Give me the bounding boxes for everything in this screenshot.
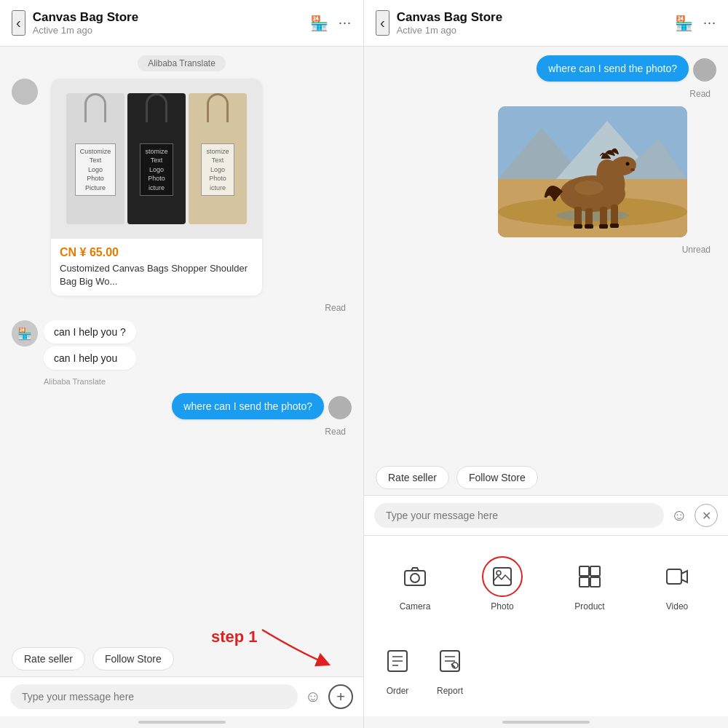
user-avatar-right [328,396,352,419]
horse-image [498,106,687,237]
follow-store-button-right[interactable]: Follow Store [456,466,538,489]
camera-icon-wrap [395,556,435,597]
svg-rect-23 [494,568,511,585]
right-action-buttons: Rate seller Follow Store [364,460,728,495]
scrollbar-left [138,721,226,724]
emoji-button-left[interactable]: ☺ [305,687,321,706]
svg-point-11 [630,168,635,171]
svg-rect-29 [667,569,681,584]
camera-label: Camera [400,601,431,612]
left-chat-panel: ‹ Canvas Bag Store Active 1m ago 🏪 ··· A… [0,0,364,728]
report-icon [439,649,461,673]
right-message-input[interactable] [374,503,664,528]
order-media-item[interactable]: Order [371,632,424,705]
unread-label: Unread [682,245,711,255]
right-sent-bubble: where can I send the photo? [537,55,689,82]
emoji-button-right[interactable]: ☺ [671,506,687,525]
left-store-name: Canvas Bag Store [33,10,303,25]
rate-seller-button[interactable]: Rate seller [12,647,85,670]
more-icon-right[interactable]: ··· [703,15,716,31]
bag-white: CustomizeTextLogoPhotoPicture [66,93,124,224]
media-grid: Camera Photo [364,536,728,632]
svg-rect-27 [579,577,589,587]
svg-rect-18 [599,224,608,229]
product-icon-wrap [569,556,610,597]
svg-rect-19 [610,223,619,228]
product-card-inner[interactable]: CustomizeTextLogoPhotoPicture stomizeTex… [51,79,262,296]
back-button-right[interactable]: ‹ [376,10,389,36]
left-message-input[interactable] [10,684,298,709]
msg-bubble-2: can I help you [44,347,136,370]
horse-image-container [376,106,716,237]
product-media-item[interactable]: Product [546,547,633,620]
left-active-status: Active 1m ago [33,25,303,36]
video-icon-wrap [657,556,697,597]
report-media-item[interactable]: Report [424,632,476,705]
order-label: Order [387,686,409,696]
right-header: ‹ Canvas Bag Store Active 1m ago 🏪 ··· [364,0,728,47]
product-info: CN ¥ 65.00 Customized Canvas Bags Shoppe… [51,239,262,296]
camera-media-item[interactable]: Camera [371,547,459,620]
svg-rect-25 [579,566,589,576]
right-sent-group: where can I send the photo? [376,55,716,82]
left-action-buttons: Rate seller Follow Store [0,641,363,676]
add-media-button[interactable]: + [328,684,353,709]
report-label: Report [437,686,463,696]
media-panel: Camera Photo [364,535,728,716]
svg-point-10 [626,162,630,166]
video-label: Video [666,601,688,612]
order-icon [387,649,408,673]
video-media-item[interactable]: Video [633,547,721,620]
svg-rect-15 [611,205,618,226]
scrollbar-right [502,721,590,724]
horse-svg [498,106,687,237]
left-input-bar: ☺ + [0,676,363,716]
store-icon-right[interactable]: 🏪 [675,15,693,32]
right-header-icons: 🏪 ··· [675,15,716,32]
left-header-icons: 🏪 ··· [310,15,352,32]
svg-rect-14 [600,207,607,227]
media-row2: Order Report [364,632,728,716]
product-price: CN ¥ 65.00 [60,246,253,259]
more-icon[interactable]: ··· [339,15,352,31]
left-header: ‹ Canvas Bag Store Active 1m ago 🏪 ··· [0,0,363,47]
received-messages: 🏪 can I help you ? can I help you [12,320,352,370]
svg-point-20 [574,181,604,195]
close-button-right[interactable]: ✕ [695,504,718,527]
sent-bubble: where can I send the photo? [172,393,324,419]
bag-black: stomizeTextLogoPhotoicture [127,93,186,224]
svg-point-24 [496,571,501,575]
report-icon-wrap [430,641,470,681]
order-icon-wrap [377,641,418,681]
photo-media-item[interactable]: Photo [459,547,546,620]
bag-beige: stomizeTextLogoPhotoicture [189,93,247,224]
right-user-avatar [693,58,716,82]
read-label-1: Read [325,303,346,313]
svg-rect-26 [590,566,600,576]
svg-rect-16 [574,224,582,229]
video-icon [665,566,689,587]
left-header-info: Canvas Bag Store Active 1m ago [33,10,303,36]
photo-icon-wrap [482,556,523,597]
back-button[interactable]: ‹ [12,10,25,36]
step1-label: step 1 [211,628,258,646]
product-card[interactable]: CustomizeTextLogoPhotoPicture stomizeTex… [12,79,352,296]
store-icon[interactable]: 🏪 [310,15,328,32]
product-image: CustomizeTextLogoPhotoPicture stomizeTex… [51,79,262,239]
svg-rect-28 [590,577,600,587]
photo-label: Photo [491,601,513,612]
right-read-label: Read [689,89,711,99]
follow-store-button-left[interactable]: Follow Store [92,647,174,670]
msg-bubble-1: can I help you ? [44,320,136,344]
right-header-info: Canvas Bag Store Active 1m ago [397,10,668,36]
rate-seller-button-right[interactable]: Rate seller [376,466,449,489]
svg-point-22 [411,574,419,582]
product-label: Product [574,601,604,612]
msg-group: can I help you ? can I help you [44,320,136,370]
svg-rect-12 [574,207,582,227]
right-store-name: Canvas Bag Store [397,10,668,25]
left-chat-area: Alibaba Translate CustomizeTextLogoPhoto… [0,47,363,641]
svg-rect-17 [585,224,593,229]
product-icon [578,565,601,588]
sent-message-group: where can I send the photo? [12,393,352,419]
